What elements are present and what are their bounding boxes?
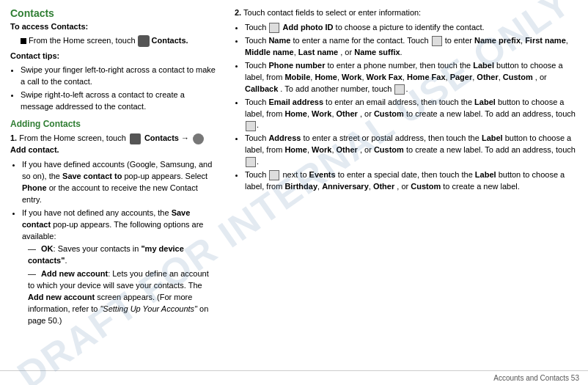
- right-bullet4: Touch Email address to enter an email ad…: [245, 97, 579, 132]
- dash-options: OK: Saves your contacts in "my device co…: [28, 243, 217, 327]
- contacts-icon-left: [138, 35, 150, 47]
- events-btn: [269, 170, 279, 180]
- tip2: Swipe right-to-left across a contact to …: [21, 89, 217, 113]
- right-bullet6: Touch next to Events to enter a special …: [245, 169, 579, 193]
- footer: Accounts and Contacts 53: [0, 370, 588, 385]
- right-bullet5: Touch Address to enter a street or posta…: [245, 133, 579, 168]
- step1-prefix: From the Home screen, touch: [19, 133, 126, 142]
- access-bullet: From the Home screen, touch Contacts.: [21, 35, 217, 47]
- dash-add-account: Add new account: Lets you define an acco…: [28, 268, 217, 327]
- step1-bullet2: If you have not defined any accounts, th…: [22, 208, 217, 327]
- step1-text: 1. From the Home screen, touch Contacts …: [10, 133, 217, 156]
- step1-end: Add contact.: [10, 145, 59, 154]
- left-column: Contacts To access Contacts: From the Ho…: [0, 0, 227, 385]
- adding-title: Adding Contacts: [10, 118, 217, 131]
- main-title: Contacts: [10, 7, 217, 19]
- step1-bullet1: If you have defined accounts (Google, Sa…: [22, 159, 217, 206]
- contacts-icon-step1: [130, 133, 141, 144]
- email-add-btn: [246, 121, 256, 131]
- right-bullet3: Touch Phone number to enter a phone numb…: [245, 60, 579, 95]
- tip1: Swipe your finger left-to-right across a…: [21, 65, 217, 88]
- access-text: From the Home screen, touch: [29, 35, 136, 47]
- contacts-label: Contacts.: [152, 35, 188, 47]
- step1-middle: Contacts →: [144, 133, 189, 142]
- phone-add-btn: [394, 84, 405, 95]
- right-bullet2: Touch Name to enter a name for the conta…: [245, 35, 579, 59]
- page-container: Contacts To access Contacts: From the Ho…: [0, 0, 588, 385]
- add-contact-icon: [193, 133, 204, 144]
- save-contact-to-bold: Save contact to: [62, 172, 122, 180]
- right-column: 2. Touch contact fields to select or ent…: [227, 0, 588, 385]
- name-expand-btn: [432, 36, 442, 46]
- right-bullet1: Touch Add photo ID to choose a picture t…: [245, 22, 579, 34]
- phone-bold: Phone: [22, 183, 47, 192]
- bullet-square: [21, 38, 26, 44]
- step2-text: 2. Touch contact fields to select or ent…: [235, 7, 579, 19]
- step2-item: 2. Touch contact fields to select or ent…: [235, 7, 579, 19]
- step2-prefix: Touch contact fields to select or enter …: [243, 8, 421, 17]
- add-photo-btn: [269, 23, 279, 33]
- footer-text: Accounts and Contacts 53: [493, 374, 579, 382]
- dash-ok: OK: Saves your contacts in "my device co…: [28, 243, 217, 267]
- step1-bullets: If you have defined accounts (Google, Sa…: [22, 159, 217, 327]
- tips-list: Swipe your finger left-to-right across a…: [21, 65, 217, 113]
- access-title: To access Contacts:: [10, 21, 217, 33]
- tips-title: Contact tips:: [10, 51, 217, 62]
- right-bullets: Touch Add photo ID to choose a picture t…: [245, 22, 579, 193]
- step1-item: 1. From the Home screen, touch Contacts …: [10, 133, 217, 156]
- address-add-btn: [246, 157, 256, 167]
